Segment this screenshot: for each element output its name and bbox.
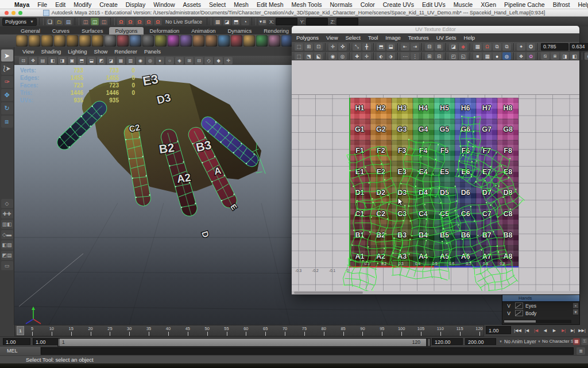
mac-menu-edit-uvs[interactable]: Edit UVs [418, 1, 450, 8]
layer-row-eyes[interactable]: VEyes [502, 302, 579, 309]
uv-toolbar-icon[interactable]: ◧ [570, 52, 579, 60]
panel-toolbar-icon[interactable]: ◩ [97, 57, 106, 64]
mac-menu-create-uvs[interactable]: Create UVs [379, 1, 418, 8]
uv-toolbar-icon[interactable]: ⧅ [541, 52, 550, 60]
panel-toolbar-icon[interactable]: ▦ [117, 57, 125, 64]
uv-value-field[interactable]: 0.634 [570, 43, 588, 51]
shelf-icon[interactable] [16, 35, 28, 47]
panel-toolbar-icon[interactable]: ⊞ [185, 57, 194, 64]
shelf-icon[interactable] [54, 35, 65, 47]
animation-end-field[interactable]: 200.00 [465, 338, 496, 345]
mac-menu-color[interactable]: Color [357, 1, 379, 8]
shelf-icon[interactable] [269, 35, 280, 47]
panel-toolbar-icon[interactable]: ◧ [48, 57, 57, 64]
uv-texture-editor-window[interactable]: UV Texture Editor PolygonsViewSelectTool… [292, 26, 579, 294]
uv-toolbar-icon[interactable]: ⊟ [435, 52, 443, 60]
mac-menu-display[interactable]: Display [122, 1, 149, 8]
uv-menu-uv-sets[interactable]: UV Sets [436, 34, 457, 41]
snap-live-icon[interactable]: Ω [154, 18, 162, 25]
uv-toolbar-icon[interactable]: ⇥ [411, 43, 419, 51]
uv-toolbar-icon[interactable]: ⋮ [411, 52, 419, 60]
uv-toolbar-icon[interactable]: ⊞ [304, 43, 313, 51]
playback-button[interactable]: |◀◀ [513, 327, 522, 335]
panel-toolbar-icon[interactable]: ◪ [107, 57, 115, 64]
mac-menu-modify[interactable]: Modify [69, 1, 95, 8]
panel-menu-shading[interactable]: Shading [41, 48, 61, 55]
zoom-window-button[interactable] [18, 11, 22, 15]
uv-toolbar-icon[interactable]: ◉ [328, 52, 337, 60]
playback-start-field[interactable]: 1.00 [33, 338, 60, 345]
uv-toolbar-icon[interactable]: ◰ [449, 52, 458, 60]
playback-button[interactable]: ▶▶| [578, 327, 586, 335]
uv-menu-tool[interactable]: Tool [368, 34, 378, 41]
paint-select-tool-button[interactable]: ✑ [1, 76, 13, 88]
uv-toolbar-icon[interactable]: ⬒ [377, 43, 385, 51]
rotate-tool-button[interactable]: ↻ [1, 102, 13, 114]
playback-button[interactable]: ▶| [559, 327, 568, 335]
uv-toolbar-icon[interactable]: ╋ [362, 43, 371, 51]
select-component-icon[interactable]: ◫ [100, 18, 108, 25]
uv-toolbar-icon[interactable]: ✦ [517, 43, 525, 51]
mac-menu-maya[interactable]: Maya [10, 1, 33, 8]
uv-toolbar-icon[interactable]: ⊞ [435, 43, 443, 51]
mac-menu-bifrost[interactable]: Bifrost [549, 1, 574, 8]
shelf-tab-general[interactable]: General [15, 27, 46, 34]
command-line-language-button[interactable]: MEL [0, 347, 40, 355]
playback-button[interactable]: ◀ [541, 327, 550, 335]
shelf-icon[interactable] [67, 35, 78, 47]
panel-toolbar-icon[interactable]: ▣ [68, 57, 76, 64]
panel-toolbar-icon[interactable]: ● [156, 57, 164, 64]
maya-window-titlebar[interactable]: Autodesk Maya 2015 - Educational Version… [0, 9, 588, 17]
playback-button[interactable]: ▶| [568, 327, 577, 335]
shelf-icon[interactable] [41, 35, 53, 47]
shelf-icon[interactable] [231, 35, 242, 47]
shelf-icon[interactable] [281, 35, 293, 47]
current-time-field[interactable]: 1.00 [486, 326, 511, 334]
uv-toolbar-icon[interactable]: ✪ [527, 43, 535, 51]
mac-menu-help[interactable]: Help [574, 1, 588, 8]
auto-keyframe-icon[interactable]: ⚿ [581, 338, 588, 345]
panel-toolbar-icon[interactable]: ◈ [175, 57, 184, 64]
uv-toolbar-icon[interactable]: ⬖ [377, 52, 385, 60]
lasso-tool-button[interactable]: ⟅➤ [1, 63, 13, 75]
mac-menu-edit-mesh[interactable]: Edit Mesh [253, 1, 288, 8]
uv-toolbar-icon[interactable]: ⋯ [401, 52, 409, 60]
panel-menu-show[interactable]: Show [94, 48, 108, 55]
uv-toolbar-icon[interactable]: ● [493, 52, 501, 60]
layout-persp-outliner-button[interactable]: ▥◧ [1, 220, 13, 229]
shelf-icon[interactable] [130, 35, 141, 47]
mac-menu-create[interactable]: Create [95, 1, 122, 8]
uv-toolbar-icon[interactable]: ⊡ [314, 43, 323, 51]
mac-menu-file[interactable]: File [33, 1, 51, 8]
panel-toolbar-icon[interactable]: ◆ [214, 57, 223, 64]
panel-toolbar-icon[interactable]: ◎ [146, 57, 154, 64]
shelf-icon[interactable] [155, 35, 167, 47]
playback-end-field[interactable]: 120.00 [432, 338, 463, 345]
range-slider[interactable]: 1 120 [57, 338, 431, 347]
mac-menu-edit[interactable]: Edit [51, 1, 69, 8]
z-input[interactable] [336, 18, 358, 25]
character-set-dropdown[interactable]: No Character Set [542, 339, 578, 344]
anim-layer-caret-icon[interactable]: ▼ [499, 340, 502, 343]
panel-toolbar-icon[interactable]: ⬓ [87, 57, 96, 64]
shelf-icon[interactable] [92, 35, 103, 47]
shelf-icon[interactable] [105, 35, 116, 47]
script-editor-icon[interactable]: ≣ [577, 347, 585, 355]
shelf-icon[interactable] [180, 35, 192, 47]
layer-panel-buttons[interactable]: ▪▾ [573, 303, 578, 315]
uv-toolbar-icon[interactable]: ■ [473, 52, 482, 60]
panel-toolbar-icon[interactable]: ◉ [136, 57, 145, 64]
mac-menu-pipeline-cache[interactable]: Pipeline Cache [500, 1, 549, 8]
panel-toolbar-icon[interactable]: ▤ [38, 57, 47, 64]
uv-toolbar-icon[interactable]: ⬓ [386, 43, 395, 51]
uv-toolbar-icon[interactable]: ✜ [338, 43, 347, 51]
uv-toolbar-icon[interactable]: ◨ [560, 52, 569, 60]
uv-toolbar-icon[interactable]: ⧆ [551, 52, 559, 60]
uv-toolbar-icon[interactable]: ▦ [483, 52, 492, 60]
select-object-icon[interactable]: ◫ [91, 18, 99, 25]
uv-toolbar-icon[interactable]: ✚ [353, 52, 361, 60]
uv-toolbar-icon[interactable]: ⬔ [304, 52, 313, 60]
playback-button[interactable]: |◀ [532, 327, 540, 335]
open-scene-icon[interactable]: 🗀 [55, 18, 63, 25]
snap-grid-icon[interactable]: Ω [117, 18, 125, 25]
